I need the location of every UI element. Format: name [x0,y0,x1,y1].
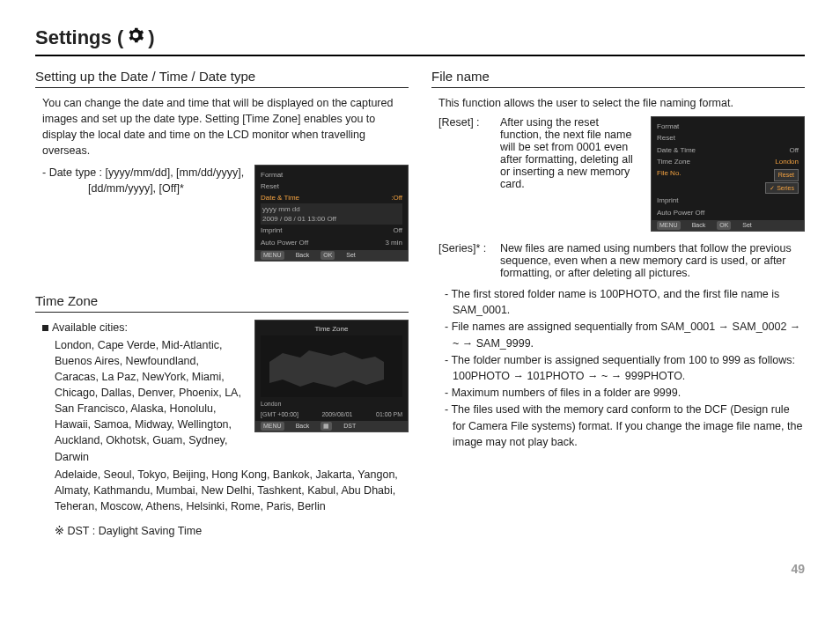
dst-btn-badge: ▦ [321,422,332,431]
menu-value: Off [393,225,402,235]
section-heading-datetime: Setting up the Date / Time / Date type [35,69,409,88]
date-format-hint: yyyy mm dd [262,204,401,214]
date-value: 2009 / 08 / 01 13:00 Off [262,214,401,224]
dst-note: ※ DST : Daylight Saving Time [35,523,409,539]
lcd-preview-timezone: Time Zone London [GMT +00:00]2009/08/010… [254,320,409,433]
cities-list-2: Adelaide, Seoul, Tokyo, Beijing, Hong Ko… [35,467,409,514]
popup-option-reset: Reset [774,169,799,181]
menu-item: Time Zone [657,157,690,166]
menu-item-active: File No. [657,168,682,195]
menu-btn-badge: MENU [657,221,681,230]
title-suffix: ) [148,26,154,49]
term-reset: [Reset] : [438,116,500,190]
menu-item: Reset [657,133,675,143]
menu-btn-badge: MENU [261,251,284,260]
menu-item: Format [657,122,679,131]
term-series: [Series]* : [438,242,500,279]
set-label: Set [740,221,755,230]
filename-bullets: - The first stored folder name is 100PHO… [431,286,805,452]
menu-item: Date & Time [657,145,696,155]
menu-item: Reset [261,181,279,191]
popup-option-series: ✓ Series [765,182,799,195]
section-heading-timezone: Time Zone [35,293,409,313]
set-label: Set [343,251,358,260]
bullet-item: - The folder number is assigned sequenti… [438,352,805,386]
menu-btn-badge: MENU [261,422,284,431]
menu-value: 3 min [385,238,402,247]
right-column: File name This function allows the user … [431,69,805,544]
back-label: Back [293,422,313,431]
menu-value: Off [789,145,799,155]
dst-label: DST [341,422,358,431]
bullet-item: - File names are assigned sequentially f… [438,319,805,352]
menu-value: London [775,157,799,166]
lcd-preview-filename: Format Reset Date & TimeOff Time ZoneLon… [651,116,805,232]
menu-item: Imprint [657,195,678,205]
back-label: Back [689,221,709,230]
title-prefix: Settings ( [35,26,123,49]
page-number: 49 [35,562,805,576]
tz-city: London [261,400,281,409]
desc-series: New files are named using numbers that f… [500,242,805,279]
bullet-square-icon [42,325,48,331]
ok-btn-badge: OK [321,251,335,260]
menu-item: Imprint [261,225,282,235]
menu-item-active: Date & Time [261,193,299,203]
menu-value: :Off [391,193,402,203]
section-heading-filename: File name [431,69,805,88]
gear-icon [127,26,144,49]
def-series: [Series]* : New files are named using nu… [431,242,805,279]
tz-time: 01:00 PM [376,410,402,419]
menu-item: Auto Power Off [657,208,704,217]
menu-item: Auto Power Off [261,238,308,247]
world-map-icon [261,335,402,397]
ok-btn-badge: OK [717,221,731,230]
tz-title: Time Zone [261,324,402,334]
back-label: Back [293,251,313,260]
page-title: Settings ( ) [35,26,805,56]
left-column: Setting up the Date / Time / Date type Y… [35,69,409,544]
menu-item: Format [261,170,283,180]
tz-gmt: [GMT +00:00] [261,410,298,419]
def-reset: [Reset] : After using the reset function… [431,116,642,190]
lcd-preview-datetime: Format Reset Date & Time:Off yyyy mm dd … [254,165,409,262]
bullet-item: - The first stored folder name is 100PHO… [438,286,805,320]
bullet-item: - Maximum numbers of files in a folder a… [438,385,805,402]
bullet-item: - The files used with the memory card co… [438,402,805,451]
tz-date: 2009/08/01 [321,410,352,419]
desc-reset: After using the reset function, the next… [500,116,642,190]
datetime-intro: You can change the date and time that wi… [35,95,409,159]
filename-intro: This function allows the user to select … [431,95,805,111]
